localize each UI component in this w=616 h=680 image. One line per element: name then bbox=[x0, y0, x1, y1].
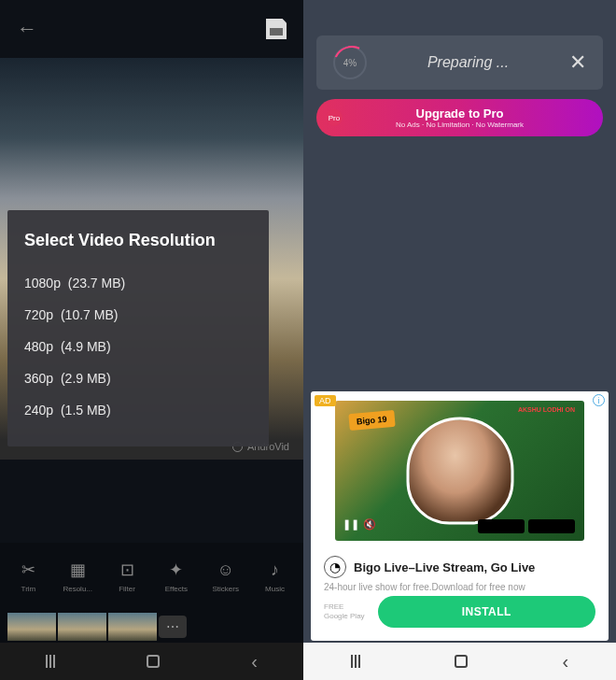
tool-effects[interactable]: ✦ Effects bbox=[155, 560, 197, 593]
ad-card[interactable]: AD i Bigo 19 AKSHU LODHI ON ❚❚ 🔇 ◔ Bigo … bbox=[311, 391, 609, 641]
tool-trim[interactable]: ✂ Trim bbox=[7, 560, 49, 593]
grid-icon: ▦ bbox=[67, 560, 88, 580]
ad-bigo-badge: Bigo 19 bbox=[348, 410, 395, 431]
system-nav-bar: ‹ bbox=[303, 643, 616, 680]
sparkle-icon: ✦ bbox=[166, 560, 187, 580]
tool-music[interactable]: ♪ Music bbox=[254, 560, 296, 593]
timeline-thumbnail bbox=[58, 613, 106, 641]
preparing-text: Preparing ... bbox=[384, 54, 553, 71]
progress-circle: 4% bbox=[333, 46, 367, 79]
ad-app-name: Bigo Live–Live Stream, Go Live bbox=[354, 560, 535, 574]
timeline-thumbnail bbox=[7, 613, 56, 641]
ad-video-controls: ❚❚ 🔇 bbox=[343, 518, 378, 533]
ad-description: 24-hour live show for free.Download for … bbox=[324, 582, 595, 592]
ad-store-badges bbox=[478, 519, 575, 533]
resolution-option-480p[interactable]: 480p (4.9 MB) bbox=[24, 331, 252, 362]
timeline[interactable]: ⋯ bbox=[0, 610, 303, 643]
tool-resolution[interactable]: ▦ Resolu... bbox=[57, 560, 99, 593]
upgrade-pro-button[interactable]: Pro Upgrade to Pro No Ads · No Limitatio… bbox=[316, 99, 603, 136]
resolution-option-720p[interactable]: 720p (10.7 MB) bbox=[24, 299, 252, 331]
home-button[interactable] bbox=[147, 655, 160, 668]
resolution-title: Select Video Resolution bbox=[24, 231, 252, 250]
recents-button[interactable] bbox=[46, 655, 55, 668]
ad-meta: FREE Google Play bbox=[324, 602, 365, 622]
right-screen: 4% Preparing ... ✕ Pro Upgrade to Pro No… bbox=[303, 0, 616, 680]
progress-percent: 4% bbox=[343, 58, 357, 68]
left-screen: ← AndroVid Select Video Resolution 1080p… bbox=[0, 0, 303, 680]
ad-face-image bbox=[406, 418, 513, 525]
filter-icon: ⊡ bbox=[117, 560, 137, 580]
resolution-option-360p[interactable]: 360p (2.9 MB) bbox=[24, 362, 252, 394]
ad-small-text: AKSHU LODHI ON bbox=[518, 406, 575, 413]
system-nav-bar: ‹ bbox=[0, 643, 303, 680]
install-button[interactable]: INSTALL bbox=[378, 596, 595, 628]
home-button[interactable] bbox=[455, 655, 468, 668]
tool-stickers[interactable]: ☺ Stickers bbox=[204, 560, 246, 593]
close-icon[interactable]: ✕ bbox=[569, 50, 586, 75]
resolution-option-240p[interactable]: 240p (1.5 MB) bbox=[24, 394, 252, 426]
timeline-thumbnail bbox=[108, 613, 157, 641]
back-arrow-icon[interactable]: ← bbox=[17, 17, 37, 41]
smiley-icon: ☺ bbox=[216, 560, 236, 580]
music-icon: ♪ bbox=[265, 560, 286, 580]
preparing-banner: 4% Preparing ... ✕ bbox=[316, 35, 603, 90]
ad-badge: AD bbox=[315, 395, 336, 406]
pro-badge-icon: Pro bbox=[326, 109, 343, 126]
ad-info-icon[interactable]: i bbox=[593, 394, 605, 406]
scissors-icon: ✂ bbox=[18, 560, 38, 580]
google-play-badge bbox=[478, 519, 525, 533]
resolution-option-1080p[interactable]: 1080p (23.7 MB) bbox=[24, 267, 252, 299]
pause-icon[interactable]: ❚❚ bbox=[343, 518, 357, 533]
editor-toolbar: ✂ Trim ▦ Resolu... ⊡ Filter ✦ Effects ☺ … bbox=[0, 543, 303, 610]
back-button[interactable]: ‹ bbox=[251, 651, 258, 673]
app-store-badge bbox=[528, 519, 575, 533]
tool-filter[interactable]: ⊡ Filter bbox=[106, 560, 148, 593]
timeline-more-icon[interactable]: ⋯ bbox=[159, 616, 187, 638]
ad-image: Bigo 19 AKSHU LODHI ON ❚❚ 🔇 bbox=[335, 401, 584, 541]
editor-header: ← bbox=[0, 0, 303, 58]
save-icon[interactable] bbox=[266, 19, 287, 39]
ad-footer: ◔ Bigo Live–Live Stream, Go Live 24-hour… bbox=[311, 548, 609, 641]
recents-button[interactable] bbox=[351, 655, 360, 668]
mute-icon[interactable]: 🔇 bbox=[363, 518, 378, 533]
back-button[interactable]: ‹ bbox=[563, 651, 569, 673]
resolution-dialog: Select Video Resolution 1080p (23.7 MB) … bbox=[7, 210, 269, 446]
upgrade-subtitle: No Ads · No Limitation · No Watermark bbox=[396, 120, 524, 129]
upgrade-title: Upgrade to Pro bbox=[416, 106, 504, 120]
app-icon: ◔ bbox=[324, 556, 346, 578]
